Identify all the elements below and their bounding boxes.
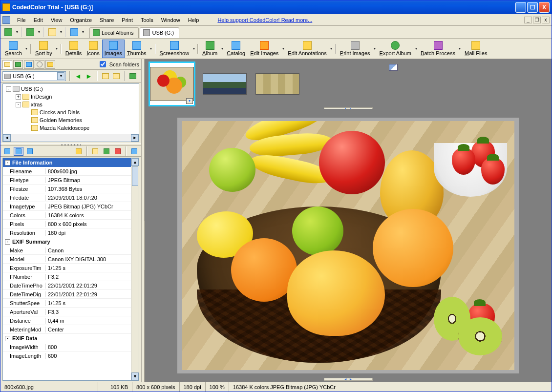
info-row[interactable]: DateTimePho22/01/2001 22:01:29 <box>3 281 131 290</box>
menu-help[interactable]: Help <box>184 16 203 24</box>
info-row[interactable]: ExposureTim1/125 s <box>3 264 131 272</box>
thumbs-button[interactable]: Thumbs <box>125 40 149 58</box>
app-menu-icon[interactable] <box>2 16 10 24</box>
info-row[interactable]: MakeCanon <box>3 246 131 255</box>
menu-organize[interactable]: Organize <box>66 16 96 24</box>
drive-dropdown-arrow[interactable]: ▾ <box>57 72 64 80</box>
scroll-left[interactable]: ◄ <box>3 134 11 142</box>
new-button[interactable] <box>2 27 14 37</box>
mdi-minimize[interactable]: _ <box>524 17 532 23</box>
scan-folders-check[interactable]: Scan folders <box>98 60 139 69</box>
info-tab-1[interactable] <box>2 147 12 156</box>
nav-fwd[interactable]: ► <box>85 72 93 81</box>
menu-window[interactable]: Window <box>157 16 184 24</box>
search-button[interactable]: Search <box>2 40 24 58</box>
nav-tab-3[interactable] <box>24 60 34 69</box>
thumbnail-item[interactable] <box>201 62 248 106</box>
export-dropdown[interactable]: ▾ <box>414 40 418 58</box>
tab-usb[interactable]: USB (G:) <box>140 27 179 38</box>
nav-tab-2[interactable] <box>13 60 23 69</box>
mdi-close[interactable]: x <box>542 17 550 23</box>
info-row[interactable]: ModelCanon IXY DIGITAL 300 <box>3 255 131 264</box>
scroll-right[interactable]: ► <box>131 134 139 142</box>
tree-item[interactable]: - xtras <box>4 101 138 108</box>
info-row[interactable]: DateTimeDig22/01/2001 22:01:29 <box>3 290 131 299</box>
open-folder-button[interactable] <box>46 27 58 37</box>
menu-file[interactable]: File <box>13 16 30 24</box>
info-row[interactable]: ImageLength600 <box>3 351 131 360</box>
info-vscroll[interactable]: ▲ ▼ <box>131 158 139 380</box>
info-btn-a[interactable] <box>90 147 100 156</box>
info-row[interactable]: ShutterSpee1/125 s <box>3 299 131 308</box>
info-btn-edit[interactable] <box>74 147 84 156</box>
section-exif-data[interactable]: -EXIF Data <box>3 334 131 343</box>
tree-item[interactable]: Mazda Kaleidoscope <box>4 124 138 132</box>
info-row[interactable]: Filedate22/09/2001 18:07:20 <box>3 193 131 202</box>
screenshow-button[interactable]: Screenshow <box>157 40 192 58</box>
info-btn-d[interactable] <box>129 147 139 156</box>
info-row[interactable]: Filesize107.368 Bytes <box>3 185 131 193</box>
minimize-button[interactable]: _ <box>515 2 526 13</box>
scroll-track[interactable] <box>11 134 131 142</box>
info-row[interactable]: FiletypeJPEG Bitmap <box>3 176 131 185</box>
editimages-button[interactable]: Edit Images <box>248 40 281 58</box>
eraser-icon[interactable] <box>389 64 398 71</box>
drive-select[interactable]: USB (G:) ▾ <box>2 71 66 81</box>
preview-vsplitter[interactable]: ◄► <box>145 221 145 270</box>
info-row[interactable]: Filename800x600.jpg <box>3 167 131 176</box>
print-dropdown[interactable]: ▾ <box>373 40 377 58</box>
info-tab-3[interactable] <box>25 147 35 156</box>
preview-canvas[interactable] <box>177 118 519 373</box>
info-row[interactable]: Resolution180 dpi <box>3 228 131 237</box>
info-tab-2[interactable] <box>14 147 23 156</box>
sortby-dropdown[interactable]: ▾ <box>55 40 59 58</box>
info-row[interactable]: Colors16384 K colors <box>3 211 131 220</box>
preview-hsplitter[interactable]: ◄ ► <box>324 378 373 381</box>
menu-edit[interactable]: Edit <box>30 16 47 24</box>
folder-tree[interactable]: - USB (G:) + InDesign - xtras <box>2 83 139 142</box>
close-button[interactable]: X <box>539 2 550 13</box>
menu-share[interactable]: Share <box>96 16 118 24</box>
maximize-button[interactable]: ☐ <box>527 2 538 13</box>
info-row[interactable]: MeteringModCenter <box>3 325 131 334</box>
icons-button[interactable]: Icons <box>84 40 102 58</box>
details-button[interactable]: Details <box>63 40 85 58</box>
menu-print[interactable]: Print <box>118 16 137 24</box>
open-dropdown[interactable]: ▾ <box>59 28 63 36</box>
album-dropdown[interactable]: ▾ <box>220 40 224 58</box>
tree-hscroll[interactable]: ◄ ► <box>3 134 139 142</box>
info-row[interactable]: ApertureValF3,3 <box>3 308 131 316</box>
exportalbum-button[interactable]: Export Album <box>377 40 414 58</box>
tree-item[interactable]: Clocks and Dials <box>4 108 138 116</box>
nav-tab-4[interactable] <box>35 60 44 69</box>
scroll-thumb[interactable] <box>132 166 138 186</box>
scroll-up[interactable]: ▲ <box>131 158 139 166</box>
nav-tab-tree[interactable] <box>2 60 12 69</box>
section-file-info[interactable]: -File Information <box>3 158 131 167</box>
menu-tools[interactable]: Tools <box>137 16 157 24</box>
editannotations-dropdown[interactable]: ▾ <box>329 40 334 58</box>
thumb-menu[interactable]: ▾ <box>186 98 193 104</box>
thumbnail-selected[interactable]: ▾ <box>149 62 195 106</box>
tab-local-albums[interactable]: Local Albums <box>89 27 139 38</box>
mailfiles-button[interactable]: Mail Files <box>462 40 489 58</box>
tool-button-2[interactable] <box>24 27 36 37</box>
printimages-button[interactable]: Print Images <box>338 40 373 58</box>
tree-item[interactable]: + InDesign <box>4 93 138 101</box>
info-row[interactable]: Pixels800 x 600 pixels <box>3 220 131 228</box>
screenshow-dropdown[interactable]: ▾ <box>191 40 196 58</box>
section-exif-summary[interactable]: -EXIF Summary <box>3 237 131 246</box>
mdi-restore[interactable]: ❐ <box>533 17 541 23</box>
search-dropdown[interactable]: ▾ <box>24 40 29 58</box>
refresh-button[interactable] <box>128 72 137 81</box>
catalog-button[interactable]: Catalog <box>224 40 248 58</box>
batchprocess-button[interactable]: Batch Process <box>418 40 458 58</box>
editannotations-button[interactable]: Edit Annotations <box>285 40 329 58</box>
info-btn-b[interactable] <box>102 147 111 156</box>
folder-new[interactable] <box>112 72 121 81</box>
new-dropdown[interactable]: ▾ <box>15 28 19 36</box>
scan-folders-checkbox[interactable] <box>100 61 106 67</box>
info-row[interactable]: Distance0,44 m <box>3 316 131 325</box>
editimages-dropdown[interactable]: ▾ <box>281 40 285 58</box>
batch-dropdown[interactable]: ▾ <box>458 40 462 58</box>
